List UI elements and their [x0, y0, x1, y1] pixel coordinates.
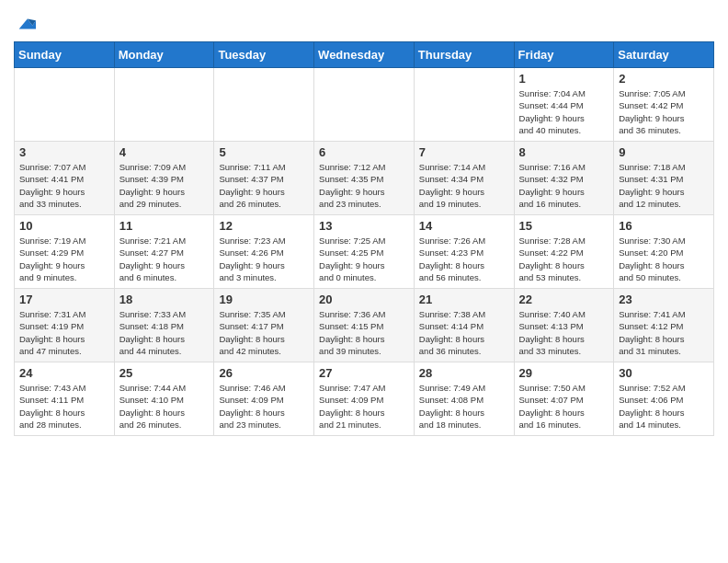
week-row-4: 17Sunrise: 7:31 AM Sunset: 4:19 PM Dayli… [15, 289, 714, 362]
day-number: 19 [219, 293, 309, 306]
week-row-5: 24Sunrise: 7:43 AM Sunset: 4:11 PM Dayli… [15, 362, 714, 436]
calendar-cell: 24Sunrise: 7:43 AM Sunset: 4:11 PM Dayli… [15, 362, 115, 436]
calendar-cell: 5Sunrise: 7:11 AM Sunset: 4:37 PM Daylig… [214, 142, 314, 215]
day-info: Sunrise: 7:05 AM Sunset: 4:42 PM Dayligh… [619, 87, 709, 136]
day-info: Sunrise: 7:19 AM Sunset: 4:29 PM Dayligh… [19, 235, 109, 283]
week-row-2: 3Sunrise: 7:07 AM Sunset: 4:41 PM Daylig… [15, 142, 714, 215]
calendar-cell: 14Sunrise: 7:26 AM Sunset: 4:23 PM Dayli… [414, 215, 514, 289]
day-number: 10 [19, 219, 109, 233]
day-number: 18 [119, 293, 210, 306]
day-number: 9 [619, 145, 709, 159]
day-info: Sunrise: 7:16 AM Sunset: 4:32 PM Dayligh… [519, 161, 609, 210]
calendar-cell: 9Sunrise: 7:18 AM Sunset: 4:31 PM Daylig… [614, 142, 714, 215]
calendar-cell: 29Sunrise: 7:50 AM Sunset: 4:07 PM Dayli… [514, 362, 614, 436]
calendar-cell: 6Sunrise: 7:12 AM Sunset: 4:35 PM Daylig… [314, 142, 415, 215]
day-info: Sunrise: 7:49 AM Sunset: 4:08 PM Dayligh… [419, 382, 509, 431]
day-info: Sunrise: 7:40 AM Sunset: 4:13 PM Dayligh… [519, 308, 609, 357]
day-info: Sunrise: 7:47 AM Sunset: 4:09 PM Dayligh… [319, 382, 409, 431]
calendar-cell: 25Sunrise: 7:44 AM Sunset: 4:10 PM Dayli… [114, 362, 214, 436]
day-info: Sunrise: 7:44 AM Sunset: 4:10 PM Dayligh… [119, 382, 210, 431]
day-number: 4 [119, 145, 210, 159]
calendar-cell: 28Sunrise: 7:49 AM Sunset: 4:08 PM Dayli… [414, 362, 514, 436]
day-number: 25 [119, 366, 210, 380]
calendar-cell [414, 68, 514, 142]
day-number: 26 [219, 366, 309, 380]
day-info: Sunrise: 7:43 AM Sunset: 4:11 PM Dayligh… [19, 382, 109, 431]
weekday-header-row: SundayMondayTuesdayWednesdayThursdayFrid… [15, 42, 714, 68]
day-info: Sunrise: 7:04 AM Sunset: 4:44 PM Dayligh… [519, 87, 609, 136]
day-number: 8 [519, 145, 609, 159]
calendar-cell: 15Sunrise: 7:28 AM Sunset: 4:22 PM Dayli… [514, 215, 614, 289]
weekday-header-friday: Friday [514, 42, 614, 68]
day-number: 13 [319, 219, 409, 233]
calendar-cell: 27Sunrise: 7:47 AM Sunset: 4:09 PM Dayli… [314, 362, 415, 436]
day-number: 2 [619, 72, 709, 86]
day-number: 29 [519, 366, 609, 380]
day-info: Sunrise: 7:12 AM Sunset: 4:35 PM Dayligh… [319, 161, 409, 210]
calendar-cell: 7Sunrise: 7:14 AM Sunset: 4:34 PM Daylig… [414, 142, 514, 215]
day-info: Sunrise: 7:14 AM Sunset: 4:34 PM Dayligh… [419, 161, 509, 210]
day-number: 17 [19, 293, 109, 306]
day-info: Sunrise: 7:25 AM Sunset: 4:25 PM Dayligh… [319, 235, 409, 283]
day-number: 14 [419, 219, 509, 233]
day-info: Sunrise: 7:21 AM Sunset: 4:27 PM Dayligh… [119, 235, 210, 283]
week-row-1: 1Sunrise: 7:04 AM Sunset: 4:44 PM Daylig… [15, 68, 714, 142]
calendar-cell [114, 68, 214, 142]
calendar-cell: 3Sunrise: 7:07 AM Sunset: 4:41 PM Daylig… [15, 142, 115, 215]
day-number: 15 [519, 219, 609, 233]
calendar-cell: 19Sunrise: 7:35 AM Sunset: 4:17 PM Dayli… [214, 289, 314, 362]
day-info: Sunrise: 7:11 AM Sunset: 4:37 PM Dayligh… [219, 161, 309, 210]
day-info: Sunrise: 7:50 AM Sunset: 4:07 PM Dayligh… [519, 382, 609, 431]
logo [14, 14, 36, 34]
day-info: Sunrise: 7:52 AM Sunset: 4:06 PM Dayligh… [619, 382, 709, 431]
weekday-header-monday: Monday [114, 42, 214, 68]
day-number: 7 [419, 145, 509, 159]
calendar-cell: 13Sunrise: 7:25 AM Sunset: 4:25 PM Dayli… [314, 215, 415, 289]
day-number: 11 [119, 219, 210, 233]
calendar-cell: 4Sunrise: 7:09 AM Sunset: 4:39 PM Daylig… [114, 142, 214, 215]
weekday-header-sunday: Sunday [15, 42, 115, 68]
calendar-cell: 30Sunrise: 7:52 AM Sunset: 4:06 PM Dayli… [614, 362, 714, 436]
calendar-cell [314, 68, 415, 142]
day-info: Sunrise: 7:26 AM Sunset: 4:23 PM Dayligh… [419, 235, 509, 283]
day-info: Sunrise: 7:18 AM Sunset: 4:31 PM Dayligh… [619, 161, 709, 210]
day-number: 24 [19, 366, 109, 380]
day-info: Sunrise: 7:28 AM Sunset: 4:22 PM Dayligh… [519, 235, 609, 283]
day-info: Sunrise: 7:35 AM Sunset: 4:17 PM Dayligh… [219, 308, 309, 357]
calendar-cell: 18Sunrise: 7:33 AM Sunset: 4:18 PM Dayli… [114, 289, 214, 362]
day-number: 23 [619, 293, 709, 306]
day-number: 3 [19, 145, 109, 159]
calendar-cell: 11Sunrise: 7:21 AM Sunset: 4:27 PM Dayli… [114, 215, 214, 289]
day-number: 12 [219, 219, 309, 233]
calendar-cell: 21Sunrise: 7:38 AM Sunset: 4:14 PM Dayli… [414, 289, 514, 362]
day-info: Sunrise: 7:33 AM Sunset: 4:18 PM Dayligh… [119, 308, 210, 357]
calendar-cell [15, 68, 115, 142]
calendar-cell: 17Sunrise: 7:31 AM Sunset: 4:19 PM Dayli… [15, 289, 115, 362]
calendar-cell: 23Sunrise: 7:41 AM Sunset: 4:12 PM Dayli… [614, 289, 714, 362]
day-number: 22 [519, 293, 609, 306]
day-number: 1 [519, 72, 609, 86]
day-number: 6 [319, 145, 409, 159]
calendar-cell: 10Sunrise: 7:19 AM Sunset: 4:29 PM Dayli… [15, 215, 115, 289]
day-number: 5 [219, 145, 309, 159]
day-info: Sunrise: 7:31 AM Sunset: 4:19 PM Dayligh… [19, 308, 109, 357]
logo-icon [16, 14, 36, 34]
day-number: 28 [419, 366, 509, 380]
day-info: Sunrise: 7:46 AM Sunset: 4:09 PM Dayligh… [219, 382, 309, 431]
day-number: 21 [419, 293, 509, 306]
week-row-3: 10Sunrise: 7:19 AM Sunset: 4:29 PM Dayli… [15, 215, 714, 289]
calendar-cell: 8Sunrise: 7:16 AM Sunset: 4:32 PM Daylig… [514, 142, 614, 215]
header [14, 9, 714, 34]
day-info: Sunrise: 7:30 AM Sunset: 4:20 PM Dayligh… [619, 235, 709, 283]
day-info: Sunrise: 7:23 AM Sunset: 4:26 PM Dayligh… [219, 235, 309, 283]
calendar-cell: 20Sunrise: 7:36 AM Sunset: 4:15 PM Dayli… [314, 289, 415, 362]
day-info: Sunrise: 7:09 AM Sunset: 4:39 PM Dayligh… [119, 161, 210, 210]
calendar-cell: 26Sunrise: 7:46 AM Sunset: 4:09 PM Dayli… [214, 362, 314, 436]
calendar-cell: 12Sunrise: 7:23 AM Sunset: 4:26 PM Dayli… [214, 215, 314, 289]
calendar-table: SundayMondayTuesdayWednesdayThursdayFrid… [14, 41, 714, 436]
calendar-cell: 2Sunrise: 7:05 AM Sunset: 4:42 PM Daylig… [614, 68, 714, 142]
calendar-cell: 16Sunrise: 7:30 AM Sunset: 4:20 PM Dayli… [614, 215, 714, 289]
weekday-header-thursday: Thursday [414, 42, 514, 68]
day-info: Sunrise: 7:41 AM Sunset: 4:12 PM Dayligh… [619, 308, 709, 357]
calendar-cell: 22Sunrise: 7:40 AM Sunset: 4:13 PM Dayli… [514, 289, 614, 362]
